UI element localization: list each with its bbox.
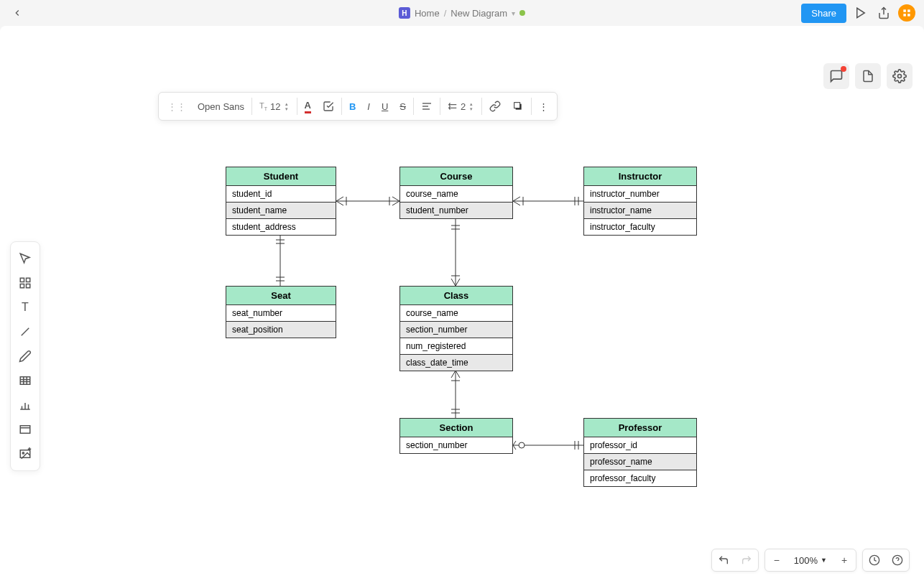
history-button[interactable]: [863, 549, 886, 572]
entity-row[interactable]: class_date_time: [400, 355, 512, 371]
breadcrumb-current[interactable]: New Diagram: [451, 8, 507, 19]
svg-rect-3: [907, 9, 910, 12]
entity-row[interactable]: seat_position: [226, 322, 336, 338]
redo-button[interactable]: [735, 549, 758, 572]
top-right-actions: Share: [801, 4, 915, 23]
svg-marker-0: [857, 8, 865, 18]
entity-row[interactable]: student_address: [226, 219, 336, 235]
zoom-group: − 100%▼ +: [764, 549, 856, 572]
entity-row[interactable]: student_id: [226, 186, 336, 203]
undo-button[interactable]: [712, 549, 735, 572]
svg-rect-4: [903, 14, 906, 17]
export-button[interactable]: [875, 4, 892, 22]
entity-row[interactable]: instructor_faculty: [584, 219, 696, 235]
back-button[interactable]: [9, 4, 26, 22]
undo-redo-group: [711, 549, 759, 572]
zoom-level[interactable]: 100%▼: [788, 555, 833, 566]
bottom-controls: − 100%▼ +: [711, 549, 910, 572]
entity-row[interactable]: seat_number: [226, 305, 336, 322]
entity-row[interactable]: num_registered: [400, 338, 512, 355]
entity-row[interactable]: course_name: [400, 186, 512, 203]
entity-class[interactable]: Class course_name section_number num_reg…: [399, 286, 513, 371]
svg-line-47: [513, 197, 520, 201]
svg-line-48: [513, 201, 520, 205]
zoom-out-button[interactable]: −: [765, 549, 788, 572]
entity-section[interactable]: Section section_number: [399, 418, 513, 454]
entity-title: Instructor: [584, 167, 696, 186]
svg-line-44: [392, 201, 399, 205]
entity-instructor[interactable]: Instructor instructor_number instructor_…: [583, 167, 697, 236]
entity-seat[interactable]: Seat seat_number seat_position: [226, 286, 336, 338]
sync-status-icon: [519, 10, 525, 16]
entity-row[interactable]: professor_faculty: [584, 470, 696, 486]
svg-line-59: [451, 371, 456, 378]
avatar[interactable]: [898, 4, 915, 22]
svg-line-66: [513, 441, 516, 445]
svg-line-40: [336, 197, 343, 201]
entity-row[interactable]: section_number: [400, 322, 512, 338]
svg-line-60: [456, 371, 460, 378]
entity-title: Seat: [226, 287, 336, 305]
entity-row[interactable]: student_number: [400, 203, 512, 218]
canvas[interactable]: Student student_id student_name student_…: [0, 26, 924, 586]
chevron-down-icon[interactable]: ▾: [512, 9, 515, 17]
entity-row[interactable]: course_name: [400, 305, 512, 322]
entity-student[interactable]: Student student_id student_name student_…: [226, 167, 336, 236]
svg-line-41: [336, 201, 343, 205]
entity-row[interactable]: section_number: [400, 437, 512, 453]
play-button[interactable]: [852, 4, 869, 22]
breadcrumb-separator: /: [444, 8, 447, 19]
entity-title: Professor: [584, 419, 696, 437]
entity-title: Course: [400, 167, 512, 186]
svg-line-67: [513, 445, 516, 450]
entity-course[interactable]: Course course_name student_number: [399, 167, 513, 219]
zoom-in-button[interactable]: +: [833, 549, 856, 572]
entity-row[interactable]: instructor_name: [584, 203, 696, 219]
svg-line-43: [392, 197, 399, 201]
entity-row[interactable]: professor_id: [584, 437, 696, 454]
svg-point-65: [519, 442, 525, 448]
top-bar: H Home / New Diagram ▾ Share: [0, 0, 924, 26]
svg-line-56: [456, 279, 460, 286]
entity-title: Section: [400, 419, 512, 437]
share-button[interactable]: Share: [801, 4, 846, 23]
svg-rect-2: [903, 9, 906, 12]
entity-professor[interactable]: Professor professor_id professor_name pr…: [583, 418, 697, 487]
entity-row[interactable]: professor_name: [584, 454, 696, 470]
entity-row[interactable]: instructor_number: [584, 186, 696, 203]
help-button[interactable]: [886, 549, 909, 572]
entity-row[interactable]: student_name: [226, 203, 336, 219]
entity-title: Student: [226, 167, 336, 186]
history-help-group: [862, 549, 910, 572]
home-badge-icon: H: [399, 7, 410, 19]
svg-rect-5: [907, 14, 910, 17]
svg-line-55: [451, 279, 456, 286]
entity-title: Class: [400, 287, 512, 305]
breadcrumb: H Home / New Diagram ▾: [399, 7, 525, 19]
breadcrumb-home[interactable]: Home: [415, 8, 440, 19]
canvas-area: ⋮⋮ Open Sans TT 12 ▴▾ A B I U S 2 ▴▾: [0, 26, 924, 586]
